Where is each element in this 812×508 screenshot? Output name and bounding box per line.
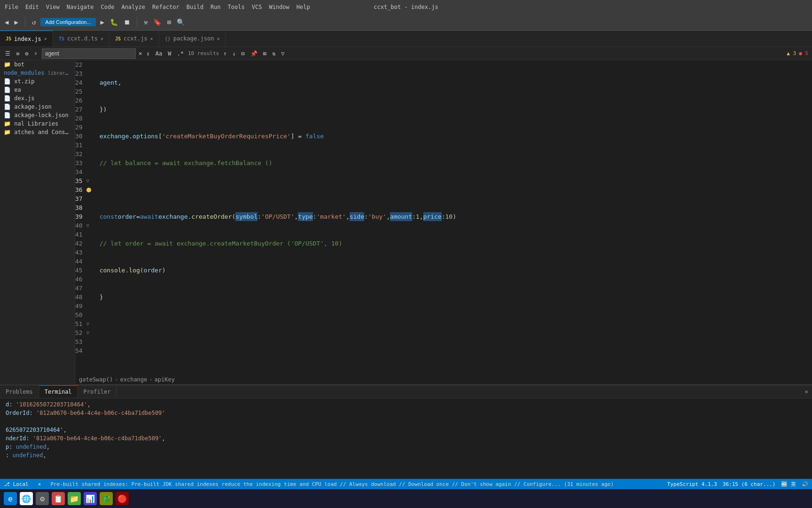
- sidebar-item-node-modules[interactable]: node_modules library root: [0, 69, 75, 77]
- sort-icon[interactable]: ⇅: [271, 50, 277, 57]
- sidebar-item-scratches[interactable]: 📁 atches and Consoles: [0, 128, 75, 136]
- taskbar-settings[interactable]: ⚙: [36, 492, 49, 505]
- search-bar: ☰ ≡ ⚙ ⚡ × ↕ Aa W .* 10 results ↑ ↓ ⊟ 📌 ⊞…: [0, 47, 812, 60]
- code-container[interactable]: 22 23 24 25 26 27 28 29 30 31 32 33 34 3…: [75, 60, 812, 374]
- fold-column: ▽ ▽ ▽ ▽: [86, 60, 96, 374]
- menu-code[interactable]: Code: [101, 4, 115, 10]
- case-icon[interactable]: Aa: [154, 50, 164, 57]
- sidebar-item-ea[interactable]: 📄 ea: [0, 86, 75, 94]
- fold-35[interactable]: ▽: [86, 178, 89, 183]
- forward-icon[interactable]: ▶: [13, 17, 19, 27]
- close-ccxtjs-icon[interactable]: ×: [150, 36, 153, 41]
- debug-icon[interactable]: 🐛: [109, 17, 119, 27]
- next-result-icon[interactable]: ↓: [231, 50, 237, 57]
- clear-search-icon[interactable]: ×: [139, 50, 142, 57]
- bookmark-icon[interactable]: 🔖: [152, 17, 162, 27]
- terminal-line-3: [6, 417, 806, 426]
- stop-icon[interactable]: ⏹: [123, 17, 131, 27]
- regex-icon[interactable]: .*: [175, 50, 185, 57]
- tab-packagejson[interactable]: {} package.json ×: [159, 31, 226, 47]
- menu-view[interactable]: View: [46, 4, 60, 10]
- sidebar-item-bot[interactable]: 📁 bot: [0, 60, 75, 69]
- menu-edit[interactable]: Edit: [25, 4, 39, 10]
- panel-close-icon[interactable]: ×: [801, 388, 812, 395]
- replace-icon[interactable]: ↕: [145, 50, 151, 57]
- code-lines[interactable]: agent, }) exchange.options['createMarket…: [96, 60, 812, 374]
- breadcrumb-part-2[interactable]: exchange: [120, 376, 147, 383]
- terminal-line-5: nderId: '812a0670-be64-4c4e-b06c-c4ba71d…: [6, 434, 806, 443]
- menu-run[interactable]: Run: [211, 4, 221, 10]
- breadcrumb-bar: gateSwap() › exchange › apiKey: [75, 374, 812, 385]
- menu-file[interactable]: File: [5, 4, 18, 10]
- fold-40[interactable]: ▽: [86, 223, 89, 228]
- breadcrumb-part-3[interactable]: apiKey: [155, 376, 175, 383]
- columns-icon[interactable]: ⊞: [262, 50, 268, 57]
- taskbar-app4[interactable]: 🐉: [100, 492, 113, 505]
- structure-icon[interactable]: ⊞: [166, 17, 172, 27]
- list-icon[interactable]: ≡: [15, 50, 21, 57]
- sidebar-item-libraries[interactable]: 📁 nal Libraries: [0, 119, 75, 128]
- filter2-icon[interactable]: ▽: [280, 50, 286, 57]
- search-input[interactable]: [42, 48, 136, 59]
- filter-icon[interactable]: ⚡: [32, 50, 39, 57]
- fold-51[interactable]: ▽: [86, 321, 89, 326]
- bottom-panel: Problems Terminal Profiler × d: '1016265…: [0, 385, 812, 479]
- line-23: }): [100, 105, 808, 114]
- line-22: agent,: [100, 78, 808, 87]
- panel-tab-profiler[interactable]: Profiler: [78, 385, 117, 398]
- breadcrumb-part-1[interactable]: gateSwap(): [79, 376, 113, 383]
- word-icon[interactable]: W: [166, 50, 172, 57]
- branch-close[interactable]: ×: [34, 481, 45, 487]
- run-icon[interactable]: ▶: [100, 17, 105, 27]
- tab-label-ccxtdts: ccxt.d.ts: [67, 35, 98, 42]
- close-indexjs-icon[interactable]: ×: [44, 36, 47, 41]
- taskbar-app2[interactable]: 📁: [68, 492, 81, 505]
- tab-ccxtjs[interactable]: JS ccxt.js ×: [109, 31, 159, 47]
- terminal-line-4: 6265072203710464',: [6, 426, 806, 434]
- refresh-icon[interactable]: ↺: [31, 17, 37, 27]
- menu-build[interactable]: Build: [187, 4, 203, 10]
- tab-bar: JS index.js × TS ccxt.d.ts × JS ccxt.js …: [0, 31, 812, 47]
- sidebar-item-packagelockjson[interactable]: 📄 ackage-lock.json: [0, 111, 75, 119]
- errors-badge: ● 5: [799, 50, 808, 56]
- menu-analyze[interactable]: Analyze: [121, 4, 145, 10]
- breadcrumb-sep-1: ›: [115, 376, 118, 383]
- taskbar-app3[interactable]: 📊: [84, 492, 97, 505]
- separator-2: [137, 17, 137, 27]
- search-icon[interactable]: 🔍: [176, 17, 186, 27]
- terminal-line-7: : undefined,: [6, 451, 806, 460]
- line-29: console.log(order): [100, 266, 808, 275]
- sidebar-item-xtzip[interactable]: 📄 xt.zip: [0, 77, 75, 86]
- close-packagejson-icon[interactable]: ×: [217, 36, 219, 41]
- build-icon[interactable]: ⚒: [143, 17, 148, 27]
- sidebar-item-packagejson[interactable]: 📄 ackage.json: [0, 103, 75, 111]
- menu-help[interactable]: Help: [297, 4, 310, 10]
- tab-ccxtdts[interactable]: TS ccxt.d.ts ×: [53, 31, 109, 47]
- taskbar-app1[interactable]: 📋: [52, 492, 65, 505]
- add-configuration-button[interactable]: Add Configuration...: [40, 18, 95, 26]
- menu-refactor[interactable]: Refactor: [152, 4, 180, 10]
- panel-tab-terminal[interactable]: Terminal: [39, 385, 78, 398]
- pin-icon[interactable]: 📌: [249, 50, 259, 57]
- taskbar-edge[interactable]: e: [4, 492, 17, 505]
- menu-tools[interactable]: Tools: [228, 4, 245, 10]
- sidebar-item-indexjs[interactable]: 📄 dex.js: [0, 94, 75, 103]
- terminal-content[interactable]: d: '1016265072203710464', OrderId: '812a…: [0, 398, 812, 479]
- settings-icon[interactable]: ⚙: [23, 50, 30, 57]
- close-ccxtdts-icon[interactable]: ×: [101, 36, 103, 41]
- menu-vcs[interactable]: VCS: [252, 4, 262, 10]
- git-branch[interactable]: ⎇ Local: [4, 481, 29, 487]
- tab-indexjs[interactable]: JS index.js ×: [0, 31, 53, 47]
- taskbar-chrome[interactable]: 🌐: [20, 492, 33, 505]
- menu-window[interactable]: Window: [269, 4, 289, 10]
- panel-tab-problems[interactable]: Problems: [0, 385, 39, 398]
- title-bar-left: File Edit View Navigate Code Analyze Ref…: [5, 4, 310, 10]
- expand-icon[interactable]: ⊟: [240, 50, 246, 57]
- search-options-icon[interactable]: ☰: [4, 50, 12, 57]
- menu-navigate[interactable]: Navigate: [67, 4, 94, 10]
- fold-52[interactable]: ▽: [86, 330, 89, 335]
- terminal-line-1: d: '1016265072203710464',: [6, 400, 806, 409]
- prev-result-icon[interactable]: ↑: [222, 50, 228, 57]
- back-icon[interactable]: ◀: [4, 17, 9, 27]
- taskbar-app5[interactable]: 🔴: [116, 492, 129, 505]
